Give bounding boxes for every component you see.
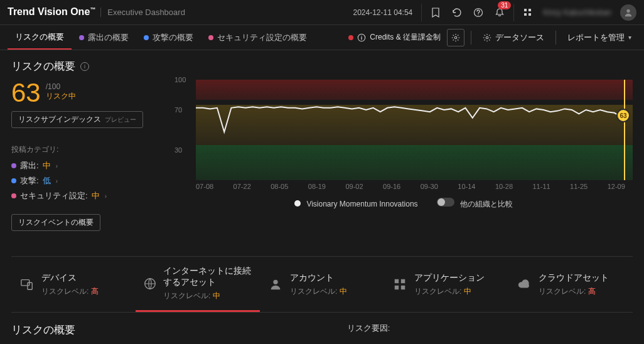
- preview-label: プレビュー: [105, 116, 136, 124]
- user-icon: [267, 276, 284, 293]
- asset-applications[interactable]: アプリケーション リスクレベル: 中: [384, 257, 508, 312]
- notification-badge: 31: [498, 1, 511, 9]
- manage-reports-button[interactable]: レポートを管理 ▾: [562, 30, 636, 46]
- dot-icon: [11, 193, 16, 198]
- chevron-right-icon: ›: [105, 193, 107, 200]
- toggle-icon: [437, 198, 454, 207]
- page-subtitle: Executive Dashboard: [100, 8, 185, 17]
- x-tick: 11-11: [532, 183, 550, 190]
- tab-security-config[interactable]: セキュリティ設定の概要: [201, 25, 314, 50]
- svg-point-8: [454, 36, 457, 39]
- info-icon: [357, 33, 366, 42]
- risk-subindex-button[interactable]: リスクサブインデックス プレビュー: [11, 111, 143, 128]
- x-tick: 07-22: [233, 183, 251, 190]
- datetime-display: 2024-12-11 04:54: [345, 8, 418, 17]
- app-header: Trend Vision One™ Executive Dashboard 20…: [0, 0, 644, 25]
- svg-rect-4: [529, 9, 531, 11]
- brand-title: Trend Vision One™: [8, 6, 95, 18]
- chart-line: [196, 80, 633, 180]
- dot-icon: [11, 178, 16, 183]
- status-dot-icon: [348, 35, 353, 40]
- svg-rect-5: [529, 13, 531, 16]
- chart-end-badge: 63: [616, 109, 630, 122]
- gear-icon: [483, 33, 491, 42]
- org-icon[interactable]: [518, 3, 538, 23]
- risk-events-button[interactable]: リスクイベントの概要: [11, 214, 100, 231]
- asset-title: インターネットに接続するアセット: [163, 266, 252, 288]
- risk-score-meta: /100 リスク中: [46, 80, 76, 102]
- asset-cloud[interactable]: クラウドアセット リスクレベル: 高: [508, 257, 633, 312]
- asset-accounts[interactable]: アカウント リスクレベル: 中: [260, 257, 384, 312]
- svg-point-6: [626, 9, 630, 12]
- risk-score: 63: [11, 80, 41, 106]
- asset-internet-facing[interactable]: インターネットに接続するアセット リスクレベル: 中: [136, 257, 260, 312]
- svg-rect-3: [524, 13, 527, 16]
- svg-point-13: [273, 280, 277, 284]
- x-tick: 09-16: [383, 183, 400, 190]
- tab-attack[interactable]: 攻撃の概要: [136, 25, 201, 50]
- asset-title: クラウドアセット: [539, 272, 609, 284]
- cloud-icon: [516, 276, 532, 293]
- notifications-icon[interactable]: 31: [490, 3, 510, 23]
- x-tick: 11-25: [570, 183, 588, 190]
- svg-rect-16: [395, 286, 399, 289]
- lower-section-title: リスクの概要: [11, 323, 335, 337]
- x-tick: 12-09: [608, 183, 625, 190]
- x-tick: 09-02: [345, 183, 363, 190]
- asset-devices[interactable]: デバイス リスクレベル: 高: [11, 257, 136, 312]
- legend-dot-icon: [294, 200, 301, 207]
- y-tick: 70: [174, 106, 182, 114]
- y-tick: 100: [174, 76, 186, 83]
- dot-icon: [79, 35, 84, 40]
- y-tick: 30: [174, 146, 182, 154]
- svg-rect-15: [401, 279, 405, 283]
- refresh-icon[interactable]: [447, 3, 467, 23]
- asset-tabs: デバイス リスクレベル: 高 インターネットに接続するアセット リスクレベル: …: [11, 256, 633, 313]
- risk-factors-heading: リスク要因:: [347, 323, 633, 334]
- asset-title: アプリケーション: [414, 272, 485, 284]
- categories-heading: 投稿カテゴリ:: [11, 144, 162, 155]
- svg-rect-2: [524, 9, 527, 11]
- risk-trend-chart: 100 70 30 63 07-0807-2208-0508-1909-0209…: [174, 80, 633, 231]
- x-tick: 09-30: [421, 183, 438, 190]
- section-title: リスクの概要 i: [11, 59, 633, 73]
- compare-toggle[interactable]: 他の組織と比較: [437, 198, 513, 210]
- legend-series: Visionary Momentum Innovations: [294, 200, 418, 208]
- x-tick: 10-28: [495, 183, 513, 190]
- bookmark-icon[interactable]: [426, 3, 446, 23]
- svg-rect-11: [28, 282, 32, 289]
- apps-icon: [392, 276, 408, 293]
- asset-title: デバイス: [41, 272, 99, 284]
- user-label: Kinzy Kabuchikoban: [539, 8, 615, 17]
- svg-point-9: [486, 36, 488, 39]
- tab-exposure[interactable]: 露出の概要: [72, 25, 136, 50]
- category-security-config[interactable]: セキュリティ設定: 中 ›: [11, 190, 162, 202]
- x-tick: 10-14: [458, 183, 475, 190]
- chevron-right-icon: ›: [56, 178, 58, 185]
- dot-icon: [208, 35, 213, 40]
- asset-title: アカウント: [290, 272, 347, 284]
- svg-rect-14: [395, 279, 399, 283]
- tab-bar: リスクの概要 露出の概要 攻撃の概要 セキュリティ設定の概要 Credits &…: [0, 25, 644, 50]
- x-tick: 07-08: [196, 183, 213, 190]
- x-tick: 08-19: [308, 183, 326, 190]
- category-exposure[interactable]: 露出: 中 ›: [11, 160, 162, 171]
- help-icon[interactable]: [468, 3, 488, 23]
- svg-rect-17: [401, 286, 405, 289]
- dot-icon: [11, 163, 16, 168]
- data-source-button[interactable]: データソース: [478, 30, 549, 46]
- credits-indicator[interactable]: Credits & 従量課金制: [348, 32, 441, 43]
- avatar[interactable]: [620, 4, 636, 21]
- globe-icon: [143, 276, 157, 292]
- dot-icon: [144, 35, 149, 40]
- settings-button[interactable]: [447, 29, 464, 46]
- chevron-right-icon: ›: [56, 163, 58, 169]
- tab-risk-overview[interactable]: リスクの概要: [8, 25, 72, 50]
- info-icon[interactable]: i: [80, 62, 89, 71]
- category-attack[interactable]: 攻撃: 低 ›: [11, 175, 162, 186]
- devices-icon: [19, 276, 35, 293]
- x-tick: 08-05: [271, 183, 288, 190]
- chevron-down-icon: ▾: [628, 34, 631, 41]
